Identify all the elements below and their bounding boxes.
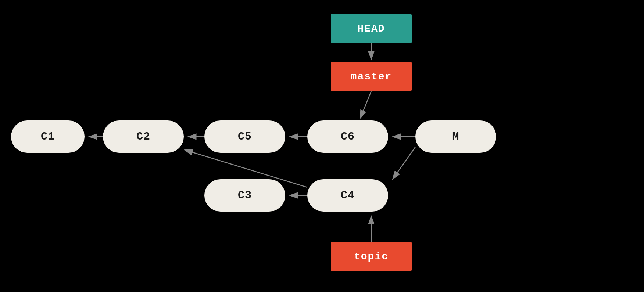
node-c2: C2 — [103, 120, 184, 153]
label-topic: topic — [331, 242, 412, 271]
node-c6: C6 — [307, 120, 388, 153]
svg-line-10 — [360, 91, 371, 118]
label-head: HEAD — [331, 14, 412, 43]
node-c4: C4 — [307, 179, 388, 212]
node-m: M — [415, 120, 496, 153]
label-master: master — [331, 62, 412, 91]
svg-line-8 — [393, 147, 415, 179]
node-c5: C5 — [204, 120, 285, 153]
node-c1: C1 — [11, 120, 85, 153]
git-diagram: C1 C2 C5 C6 M C3 C4 HEAD master topic — [0, 0, 644, 292]
node-c3: C3 — [204, 179, 285, 212]
